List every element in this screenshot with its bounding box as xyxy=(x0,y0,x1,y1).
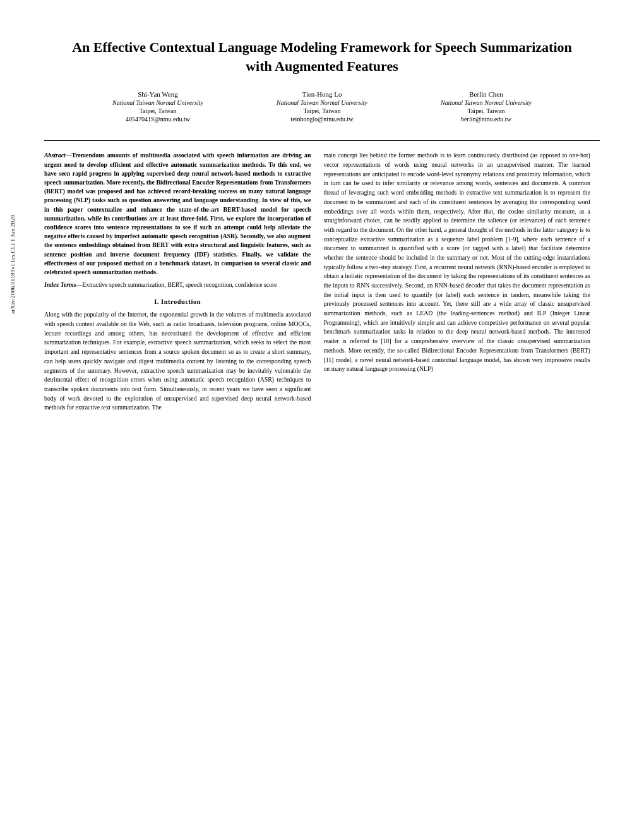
author-3-email: berlin@ntnu.edu.tw xyxy=(423,116,549,123)
paper-title: An Effective Contextual Language Modelin… xyxy=(69,38,575,75)
index-terms-content: Extractive speech summarization, BERT, s… xyxy=(82,281,277,288)
arxiv-sidebar: arXiv:2006.01189v1 [cs.CL] 1 Jun 2020 xyxy=(6,215,19,314)
index-terms: Index Terms—Extractive speech summarizat… xyxy=(44,281,311,289)
intro-heading: I. Introduction xyxy=(44,298,311,305)
intro-right-para: main concept lies behind the former meth… xyxy=(323,151,590,374)
authors-row: Shi-Yan Weng National Taiwan Normal Univ… xyxy=(69,90,575,123)
abstract-label: Abstract xyxy=(44,152,66,159)
index-terms-label: Index Terms xyxy=(44,281,76,288)
author-1-location: Taipei, Taiwan xyxy=(95,107,221,114)
author-2-email: teinhonglo@ntnu.edu.tw xyxy=(259,116,385,123)
author-2: Tien-Hong Lo National Taiwan Normal Univ… xyxy=(259,90,385,123)
right-column: main concept lies behind the former meth… xyxy=(323,151,590,413)
author-1-affiliation: National Taiwan Normal University xyxy=(95,99,221,106)
intro-right-text: main concept lies behind the former meth… xyxy=(323,151,590,374)
index-terms-dash: — xyxy=(76,281,83,288)
title-section: An Effective Contextual Language Modelin… xyxy=(44,38,600,123)
abstract-text: Abstract—Tremendous amounts of multimedi… xyxy=(44,151,311,277)
header-divider xyxy=(44,140,600,141)
author-1-name: Shi-Yan Weng xyxy=(95,90,221,98)
abstract-dash: — xyxy=(66,152,72,159)
author-3-name: Berlin Chen xyxy=(423,90,549,98)
author-3: Berlin Chen National Taiwan Normal Unive… xyxy=(423,90,549,123)
author-2-affiliation: National Taiwan Normal University xyxy=(259,99,385,106)
author-1: Shi-Yan Weng National Taiwan Normal Univ… xyxy=(95,90,221,123)
author-2-location: Taipei, Taiwan xyxy=(259,107,385,114)
arxiv-label: arXiv:2006.01189v1 [cs.CL] 1 Jun 2020 xyxy=(9,215,16,314)
intro-left-text: Along with the popularity of the Interne… xyxy=(44,310,311,413)
two-column-layout: Abstract—Tremendous amounts of multimedi… xyxy=(44,151,600,413)
abstract-bold-start: Tremendous amounts of multimedia associa… xyxy=(44,152,311,275)
page: arXiv:2006.01189v1 [cs.CL] 1 Jun 2020 An… xyxy=(0,0,644,834)
author-1-email: 40547041S@ntnu.edu.tw xyxy=(95,116,221,123)
intro-left-para: Along with the popularity of the Interne… xyxy=(44,310,311,413)
author-3-location: Taipei, Taiwan xyxy=(423,107,549,114)
abstract-section: Abstract—Tremendous amounts of multimedi… xyxy=(44,151,311,289)
left-column: Abstract—Tremendous amounts of multimedi… xyxy=(44,151,311,413)
author-2-name: Tien-Hong Lo xyxy=(259,90,385,98)
author-3-affiliation: National Taiwan Normal University xyxy=(423,99,549,106)
